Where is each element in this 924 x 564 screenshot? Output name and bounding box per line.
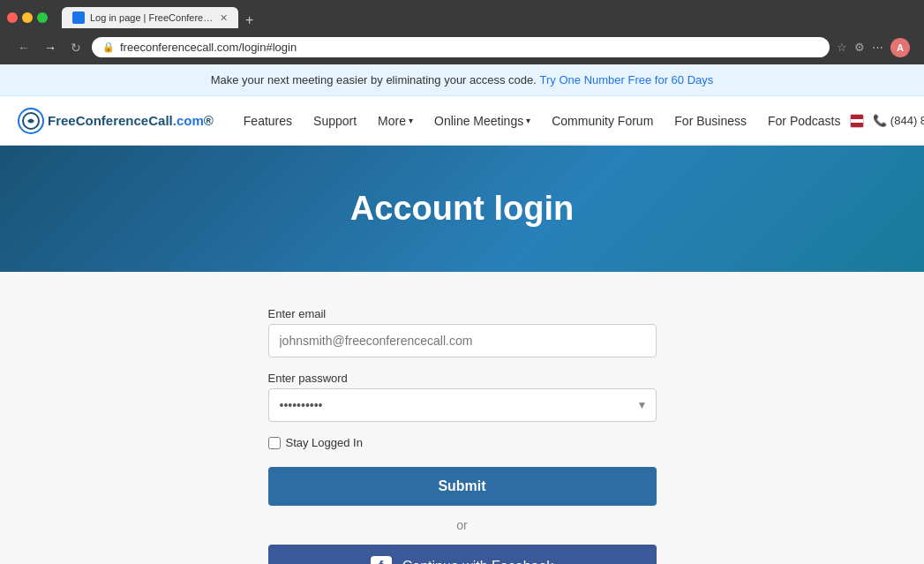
forward-button[interactable]: → xyxy=(41,39,60,56)
nav-link-online-meetings[interactable]: Online Meetings ▾ xyxy=(425,107,539,135)
extensions-icon[interactable]: ⚙ xyxy=(854,41,865,54)
nav-link-for-podcasts[interactable]: For Podcasts xyxy=(759,107,849,135)
stay-logged-group: Stay Logged In xyxy=(268,436,657,449)
submit-button[interactable]: Submit xyxy=(268,467,657,506)
logo[interactable]: FreeConferenceCall.com® xyxy=(18,108,214,134)
logo-svg xyxy=(22,112,40,130)
bookmark-icon[interactable]: ☆ xyxy=(837,41,847,54)
stay-logged-label: Stay Logged In xyxy=(286,436,363,449)
email-form-group: Enter email xyxy=(268,307,657,357)
lock-icon: 🔒 xyxy=(102,41,115,53)
nav-links: Features Support More ▾ Online Meetings … xyxy=(235,107,850,135)
nav-link-features[interactable]: Features xyxy=(235,107,301,135)
traffic-light-yellow[interactable] xyxy=(22,12,33,23)
password-toggle-icon[interactable]: ▼ xyxy=(637,399,648,411)
logo-tld: .com xyxy=(173,113,204,128)
tab-label: Log in page | FreeConference... xyxy=(90,12,214,23)
phone-number: 📞 (844) 844-1322 xyxy=(873,114,924,127)
menu-icon[interactable]: ⋯ xyxy=(872,41,883,54)
flag-icon xyxy=(850,114,865,128)
page-title: Account login xyxy=(18,190,906,228)
email-label: Enter email xyxy=(268,307,657,320)
logo-icon xyxy=(18,108,44,134)
new-tab-button[interactable]: + xyxy=(238,12,260,28)
navbar: FreeConferenceCall.com® Features Support… xyxy=(0,96,924,146)
online-meetings-dropdown-arrow: ▾ xyxy=(526,116,530,125)
hero-section: Account login xyxy=(0,146,924,272)
nav-link-support[interactable]: Support xyxy=(304,107,365,135)
password-wrap: ▼ xyxy=(268,388,657,422)
login-area: Enter email Enter password ▼ Stay Logged… xyxy=(0,272,924,564)
traffic-light-green[interactable] xyxy=(37,12,48,23)
nav-link-more[interactable]: More ▾ xyxy=(369,107,422,135)
password-input[interactable] xyxy=(268,388,657,422)
nav-link-community-forum[interactable]: Community Forum xyxy=(543,107,662,135)
email-input[interactable] xyxy=(268,324,657,357)
password-form-group: Enter password ▼ xyxy=(268,372,657,422)
back-button[interactable]: ← xyxy=(14,39,34,56)
logo-text: FreeConferenceCall.com® xyxy=(48,113,214,128)
refresh-button[interactable]: ↻ xyxy=(67,39,85,56)
login-box: Enter email Enter password ▼ Stay Logged… xyxy=(268,307,657,564)
password-label: Enter password xyxy=(268,372,657,385)
or-divider: or xyxy=(268,518,657,532)
user-avatar[interactable]: A xyxy=(890,38,910,57)
url-bar[interactable]: 🔒 freeconferencecall.com/login#login xyxy=(92,37,830,57)
tab-favicon xyxy=(72,11,85,24)
nav-link-for-business[interactable]: For Business xyxy=(665,107,755,135)
tab-close-button[interactable]: ✕ xyxy=(220,12,228,24)
more-dropdown-arrow: ▾ xyxy=(409,116,413,125)
announcement-text: Make your next meeting easier by elimina… xyxy=(211,73,537,86)
facebook-icon: f xyxy=(371,556,392,564)
browser-tab[interactable]: Log in page | FreeConference... ✕ xyxy=(62,7,238,28)
logo-name: FreeConferenceCall xyxy=(48,113,173,128)
facebook-button-label: Continue with Facebook xyxy=(402,559,554,564)
page-content: Make your next meeting easier by elimina… xyxy=(0,64,924,564)
facebook-login-button[interactable]: f Continue with Facebook xyxy=(268,545,657,564)
announcement-bar: Make your next meeting easier by elimina… xyxy=(0,64,924,96)
nav-right: 📞 (844) 844-1322 Sign Up Log In xyxy=(850,102,925,140)
announcement-link[interactable]: Try One Number Free for 60 Days xyxy=(540,73,714,86)
url-text: freeconferencecall.com/login#login xyxy=(120,41,819,54)
stay-logged-checkbox[interactable] xyxy=(268,437,281,449)
traffic-light-red[interactable] xyxy=(7,12,18,23)
